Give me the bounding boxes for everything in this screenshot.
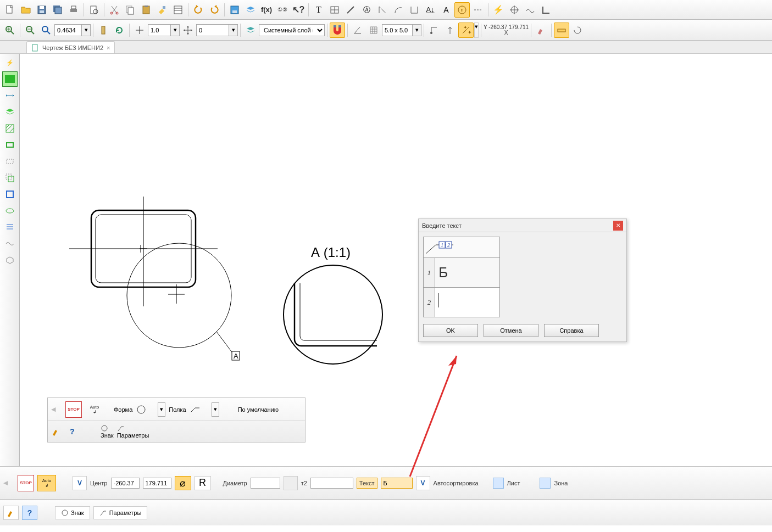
bp2-brush-button[interactable] — [3, 506, 19, 520]
lb-layers-icon[interactable] — [2, 104, 18, 120]
arc-button[interactable] — [391, 2, 406, 18]
a-frame-button[interactable]: Ⓐ — [359, 2, 374, 18]
lb-green-rect-icon[interactable] — [2, 71, 18, 87]
bp2-tab-params[interactable]: Параметры — [93, 506, 148, 519]
shape-circle-button[interactable] — [136, 404, 154, 415]
ortho-button[interactable] — [426, 23, 442, 38]
bp2-tab-sign[interactable]: Знак — [55, 506, 90, 519]
save-doc-button[interactable] — [227, 2, 242, 18]
scale-input[interactable] — [148, 24, 171, 36]
zone-check[interactable] — [540, 478, 551, 489]
diameter-input[interactable] — [251, 478, 280, 489]
column-button[interactable] — [96, 23, 111, 38]
lb-3d-icon[interactable] — [2, 253, 18, 268]
copy-button[interactable] — [123, 2, 138, 18]
lb-wave-icon[interactable] — [2, 236, 18, 251]
a-underline-button[interactable]: A↓ — [423, 2, 438, 18]
square-u-button[interactable] — [407, 2, 422, 18]
help-pointer-button[interactable]: ↖? — [291, 2, 306, 18]
dialog-ok-button[interactable]: OK — [423, 324, 478, 337]
wave-button[interactable] — [523, 2, 538, 18]
cut-button[interactable] — [107, 2, 122, 18]
target-button[interactable] — [507, 2, 522, 18]
lb-rect-icon[interactable] — [2, 137, 18, 153]
corner-button[interactable] — [538, 2, 554, 18]
grid-button[interactable] — [366, 23, 381, 38]
t2-input[interactable] — [310, 478, 353, 489]
snap-star-button[interactable]: ✦✦ — [458, 23, 474, 38]
row2-cell[interactable] — [435, 288, 500, 317]
print-button[interactable] — [66, 2, 81, 18]
center-check[interactable]: V — [73, 476, 87, 490]
grid-input[interactable] — [382, 24, 413, 36]
radius-symbol-button[interactable]: R — [195, 476, 211, 490]
properties-button[interactable] — [170, 2, 186, 18]
n-circle-button[interactable]: n — [454, 2, 470, 18]
auto-button[interactable]: Auto↲ — [85, 401, 104, 418]
text-tool-button[interactable]: T — [311, 2, 326, 18]
bp-back-button[interactable]: ◀ — [3, 479, 14, 486]
tab-params[interactable]: Параметры — [117, 424, 149, 439]
offset-input[interactable] — [196, 24, 229, 36]
refresh-button[interactable] — [112, 23, 127, 38]
line-tool-button[interactable] — [343, 2, 358, 18]
fraction-button[interactable]: ①② — [275, 2, 290, 18]
preview-button[interactable] — [86, 2, 102, 18]
autosort-check[interactable]: V — [416, 476, 430, 490]
bp2-help-button[interactable]: ? — [22, 506, 37, 520]
offset-dropdown[interactable]: ▾ — [229, 24, 238, 36]
zoom-out-button[interactable] — [23, 23, 38, 38]
lb-dimension-icon[interactable] — [2, 88, 18, 103]
default-check[interactable] — [223, 404, 235, 416]
scale-combo[interactable]: ▾ — [148, 24, 180, 36]
zoom-fit-button[interactable] — [38, 23, 54, 38]
drawing-canvas[interactable]: А А (1:1) ◀ STOP Auto↲ Форма ▾ Полка ▾ П… — [20, 54, 772, 466]
lb-blue-rect-icon[interactable] — [2, 187, 18, 202]
tab-sign[interactable]: Знак — [101, 424, 114, 439]
brush-tool-button[interactable] — [534, 23, 549, 38]
snap-button[interactable] — [132, 23, 147, 38]
save-all-button[interactable] — [50, 2, 65, 18]
grid-combo[interactable]: ▾ — [382, 24, 421, 36]
open-file-button[interactable] — [18, 2, 34, 18]
zoom-input[interactable] — [54, 24, 82, 36]
redo-button[interactable] — [207, 2, 222, 18]
tab-close-icon[interactable]: × — [107, 44, 110, 51]
a-plain-button[interactable]: A — [438, 2, 454, 18]
zoom-dropdown[interactable]: ▾ — [82, 24, 91, 36]
save-button[interactable] — [34, 2, 49, 18]
dialog-cancel-button[interactable]: Отмена — [484, 324, 538, 337]
bp-stop-button[interactable]: STOP — [18, 475, 34, 491]
lb-dashed-rect-icon[interactable] — [2, 154, 18, 169]
angle-snap-button[interactable] — [350, 23, 365, 38]
lb-ellipse-icon[interactable] — [2, 203, 18, 219]
format-painter-button[interactable] — [154, 2, 170, 18]
lb-hatch-icon[interactable] — [2, 121, 18, 136]
dialog-help-button[interactable]: Справка — [544, 324, 599, 337]
layer-icon-button[interactable] — [243, 23, 258, 38]
document-tab[interactable]: Чертеж БЕЗ ИМЕНИ2 × — [26, 41, 115, 53]
lb-list-icon[interactable] — [2, 220, 18, 235]
shape-dropdown[interactable]: ▾ — [158, 402, 165, 417]
text-input[interactable] — [381, 478, 413, 489]
magnet-button[interactable] — [330, 23, 345, 38]
brush-button[interactable] — [51, 427, 66, 436]
center-x-input[interactable] — [111, 478, 140, 489]
scale-dropdown[interactable]: ▾ — [171, 24, 180, 36]
arrow-up-button[interactable] — [442, 23, 458, 38]
center-y-input[interactable] — [143, 478, 171, 489]
row1-cell[interactable]: Б — [435, 258, 500, 288]
stop-button[interactable]: STOP — [65, 401, 82, 418]
t2-check[interactable] — [284, 476, 298, 490]
offset-combo[interactable]: ▾ — [196, 24, 238, 36]
fx-button[interactable]: f(x) — [259, 2, 274, 18]
layers-button[interactable] — [243, 2, 258, 18]
dash-line-button[interactable] — [470, 2, 486, 18]
dialog-close-button[interactable]: ✕ — [613, 221, 623, 231]
shelf-dropdown[interactable]: ▾ — [212, 402, 219, 417]
shelf-button[interactable] — [190, 406, 208, 413]
help-button[interactable]: ? — [70, 427, 85, 436]
lb-thunder-icon[interactable]: ⚡ — [2, 55, 18, 70]
measure-button[interactable] — [554, 23, 569, 38]
layer-select[interactable]: Системный слой (0) — [259, 24, 325, 36]
